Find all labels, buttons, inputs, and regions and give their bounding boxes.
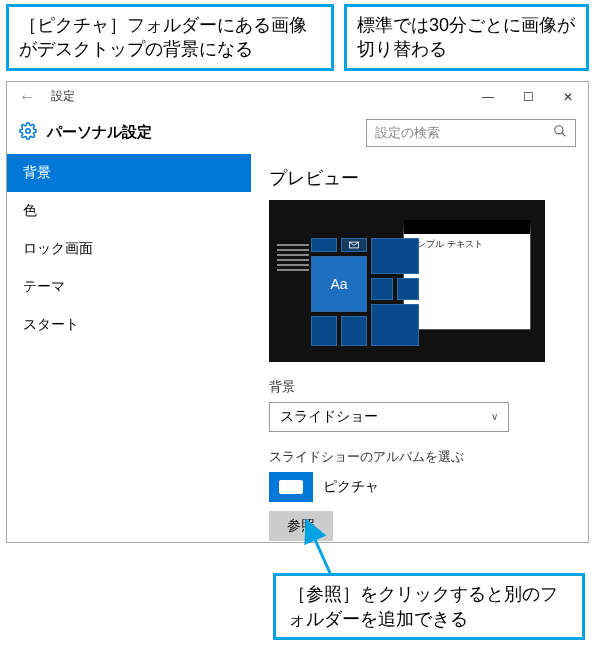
- svg-line-2: [562, 133, 566, 137]
- close-button[interactable]: ✕: [548, 82, 588, 112]
- preview-start-list: [277, 244, 309, 274]
- sidebar-item-themes[interactable]: テーマ: [7, 268, 251, 306]
- browse-button[interactable]: 参照: [269, 511, 333, 541]
- settings-window: ← 設定 — ☐ ✕ パーソナル設定 設定の検索 背景 色: [6, 81, 589, 543]
- chevron-down-icon: ∨: [491, 411, 498, 422]
- minimize-button[interactable]: —: [468, 82, 508, 112]
- callout-top-right: 標準では30分ごとに画像が切り替わる: [344, 4, 589, 71]
- callout-bottom: ［参照］をクリックすると別のフォルダーを追加できる: [273, 573, 585, 640]
- page-title: パーソナル設定: [47, 123, 356, 142]
- album-name: ピクチャ: [323, 478, 379, 496]
- sidebar-item-lockscreen[interactable]: ロック画面: [7, 230, 251, 268]
- content-area: プレビュー サンプル テキスト Aa: [251, 154, 588, 542]
- sidebar-item-background[interactable]: 背景: [7, 154, 251, 192]
- svg-point-1: [555, 126, 563, 134]
- titlebar: ← 設定 — ☐ ✕: [7, 82, 588, 112]
- sidebar: 背景 色 ロック画面 テーマ スタート: [7, 154, 251, 542]
- album-thumb-icon: [269, 472, 313, 502]
- preview-heading: プレビュー: [269, 166, 570, 190]
- sidebar-item-colors[interactable]: 色: [7, 192, 251, 230]
- background-label: 背景: [269, 378, 570, 396]
- preview-tile-grid: Aa: [311, 238, 421, 348]
- preview-sample-window: サンプル テキスト: [403, 220, 531, 330]
- search-placeholder: 設定の検索: [375, 124, 553, 142]
- svg-point-0: [26, 129, 31, 134]
- maximize-button[interactable]: ☐: [508, 82, 548, 112]
- back-button[interactable]: ←: [7, 88, 47, 106]
- preview-accent-tile: Aa: [311, 256, 367, 312]
- header: パーソナル設定 設定の検索: [7, 112, 588, 154]
- sidebar-item-start[interactable]: スタート: [7, 306, 251, 344]
- search-input[interactable]: 設定の検索: [366, 119, 576, 147]
- album-row[interactable]: ピクチャ: [269, 472, 570, 502]
- album-label: スライドショーのアルバムを選ぶ: [269, 448, 570, 466]
- window-title: 設定: [47, 88, 468, 105]
- background-dropdown[interactable]: スライドショー ∨: [269, 402, 509, 432]
- callout-top-left: ［ピクチャ］フォルダーにある画像がデスクトップの背景になる: [6, 4, 334, 71]
- search-icon: [553, 124, 567, 141]
- background-dropdown-value: スライドショー: [280, 408, 378, 426]
- preview-box: サンプル テキスト Aa: [269, 200, 545, 362]
- gear-icon: [19, 122, 37, 143]
- mail-icon: [341, 238, 367, 252]
